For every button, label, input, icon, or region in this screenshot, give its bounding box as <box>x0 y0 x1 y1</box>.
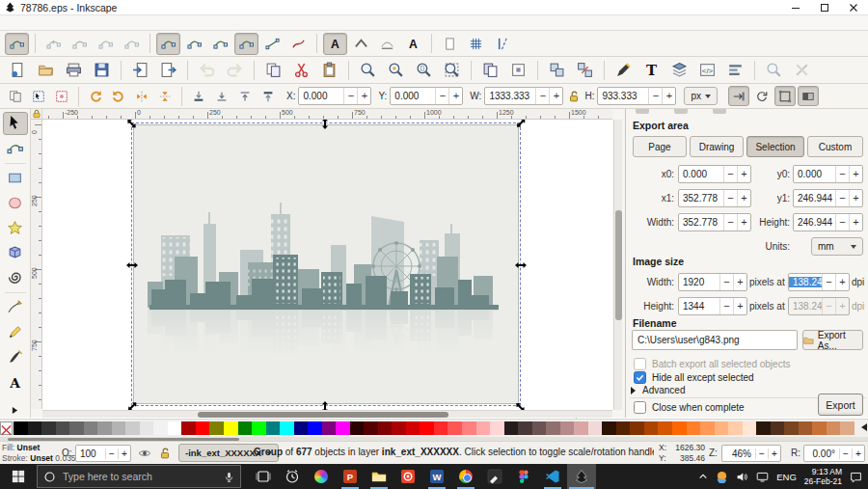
color-swatch[interactable] <box>700 421 715 435</box>
zoom-selection-button[interactable] <box>355 58 381 82</box>
scale-handle-bottom[interactable] <box>319 400 332 410</box>
vertical-ruler[interactable]: 0250500750 <box>31 120 42 409</box>
color-swatch[interactable] <box>840 421 854 435</box>
node-editor-tool[interactable] <box>3 137 28 160</box>
color-swatch[interactable] <box>308 421 322 435</box>
w-spinbox[interactable]: 1333.333−+ <box>484 87 563 105</box>
node-smooth-button[interactable] <box>182 33 206 55</box>
export-area-drawing-button[interactable]: Drawing <box>690 136 744 157</box>
document-page[interactable] <box>133 124 519 404</box>
color-swatch[interactable] <box>616 421 631 435</box>
start-button[interactable] <box>0 464 37 489</box>
copy-button[interactable] <box>260 58 286 82</box>
canvas-viewport[interactable] <box>42 120 612 410</box>
color-swatch[interactable] <box>168 421 182 435</box>
microphone-icon[interactable] <box>224 472 234 482</box>
tray-expand-icon[interactable] <box>698 472 708 481</box>
color-swatch[interactable] <box>378 421 393 435</box>
color-swatch[interactable] <box>588 421 603 435</box>
speaker-icon[interactable] <box>736 471 748 483</box>
star-tool[interactable] <box>3 216 28 239</box>
color-swatch[interactable] <box>518 421 532 435</box>
color-swatch[interactable] <box>153 421 168 435</box>
color-swatch[interactable] <box>406 421 420 435</box>
color-swatch[interactable] <box>434 421 448 435</box>
action-center-icon[interactable] <box>850 471 862 483</box>
color-swatch[interactable] <box>448 421 462 435</box>
y-plus-button[interactable]: + <box>448 88 462 104</box>
color-swatch[interactable] <box>715 421 729 435</box>
insert-node-button[interactable] <box>41 33 66 55</box>
color-swatch[interactable] <box>658 421 672 435</box>
color-swatch[interactable] <box>14 421 28 435</box>
y-minus-button[interactable]: − <box>435 88 448 104</box>
taskbar-app-screen-recorder[interactable] <box>393 464 422 489</box>
units-dropdown[interactable]: px <box>684 87 718 105</box>
color-swatch[interactable] <box>252 421 266 435</box>
no-color-swatch[interactable] <box>0 421 13 435</box>
align-button[interactable] <box>722 58 748 82</box>
color-swatch[interactable] <box>41 421 56 435</box>
image-height-spinbox[interactable]: 1344−+ <box>678 297 747 315</box>
color-swatch[interactable] <box>672 421 687 435</box>
rotate-ccw-button[interactable] <box>85 86 106 106</box>
color-swatch[interactable] <box>756 421 771 435</box>
zoom-drawing-button[interactable] <box>383 58 409 82</box>
flip-horizontal-button[interactable] <box>131 86 152 106</box>
color-swatch[interactable] <box>799 421 813 435</box>
rectangle-tool[interactable] <box>3 167 28 190</box>
fill-stroke-button[interactable] <box>610 58 637 82</box>
horizontal-ruler[interactable]: -2500250500750100012501500 <box>42 109 612 120</box>
rotation-spinbox[interactable]: 0.00°−+ <box>803 445 865 462</box>
selector-tool[interactable] <box>3 112 28 135</box>
xml-editor-button[interactable]: </> <box>694 58 720 82</box>
color-swatch[interactable] <box>140 421 154 435</box>
weather-icon[interactable] <box>716 471 728 483</box>
color-swatch[interactable] <box>784 421 799 435</box>
dpi-spinbox[interactable]: 138.24−+ <box>788 273 850 291</box>
guides-on-button[interactable] <box>490 33 514 55</box>
color-swatch[interactable] <box>125 421 140 435</box>
affect-move-button[interactable] <box>728 86 749 106</box>
close-button[interactable] <box>839 0 868 15</box>
scale-handle-left[interactable] <box>125 258 138 271</box>
page-tool-button[interactable] <box>438 33 462 55</box>
export-area-selection-button[interactable]: Selection <box>746 136 804 157</box>
export-button[interactable] <box>155 58 181 82</box>
save-button[interactable] <box>89 58 115 82</box>
color-swatch[interactable] <box>350 421 365 435</box>
color-swatch[interactable] <box>336 421 350 435</box>
x-minus-button[interactable]: − <box>343 88 357 104</box>
batch-export-checkbox[interactable] <box>634 358 646 370</box>
color-swatch[interactable] <box>812 421 827 435</box>
lower-to-bottom-button[interactable] <box>188 86 209 106</box>
color-swatch[interactable] <box>560 421 575 435</box>
duplicate-button[interactable] <box>477 58 503 82</box>
layer-visibility-icon[interactable] <box>138 447 151 462</box>
import-button[interactable] <box>127 58 153 82</box>
object-to-path-button[interactable]: A <box>323 33 347 55</box>
taskbar-app-inkscape[interactable] <box>567 464 596 489</box>
select-all-button[interactable] <box>5 86 26 106</box>
color-managed-view-icon[interactable] <box>567 411 577 418</box>
color-swatch[interactable] <box>476 421 491 435</box>
node-symmetric-button[interactable] <box>208 33 232 55</box>
color-swatch[interactable] <box>630 421 644 435</box>
scale-handle-top[interactable] <box>319 120 332 129</box>
opacity-spinbox[interactable]: 100−+ <box>75 445 131 462</box>
color-swatch[interactable] <box>238 421 253 435</box>
taskbar-app-alarms[interactable] <box>278 464 307 489</box>
layer-lock-icon[interactable] <box>158 447 172 462</box>
flatten-bezier-button[interactable] <box>375 33 399 55</box>
break-nodes-button[interactable] <box>120 33 144 55</box>
y0-spinbox[interactable]: 0.000−+ <box>793 165 863 183</box>
minimize-button[interactable] <box>781 0 810 15</box>
x1-spinbox[interactable]: 352.778−+ <box>678 189 751 207</box>
grid-on-button[interactable] <box>464 33 488 55</box>
calligraphy-tool[interactable] <box>3 345 28 368</box>
color-swatch[interactable] <box>728 421 743 435</box>
color-swatch[interactable] <box>224 421 238 435</box>
redo-button[interactable] <box>222 58 248 82</box>
area-height-spinbox[interactable]: 246.944−+ <box>793 213 863 231</box>
text-tool[interactable]: A <box>3 370 28 394</box>
